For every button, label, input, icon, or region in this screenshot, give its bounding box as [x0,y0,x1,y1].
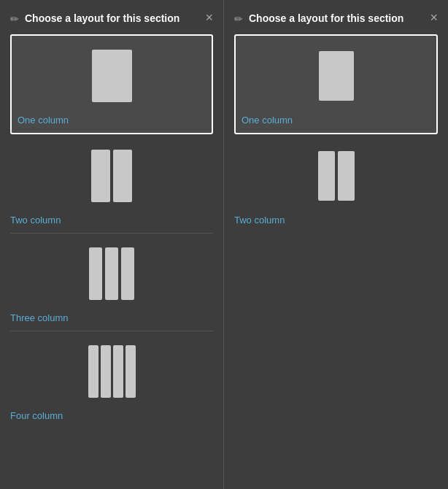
two-col-a [91,150,110,202]
left-panel: ✏ Choose a layout for this section × One… [0,0,224,489]
two-column-label-right: Two column [234,215,438,226]
three-col-c [121,247,134,300]
layout-four-column-left[interactable]: Four column [10,331,213,428]
left-close-button[interactable]: × [205,10,213,26]
four-column-preview-left [10,339,213,404]
four-col-c [113,345,123,398]
layout-two-column-left[interactable]: Two column [10,136,213,234]
two-column-preview-left [10,143,213,209]
right-two-col-b [338,151,355,201]
three-col-a [89,247,102,300]
two-col-b [113,150,132,202]
right-edit-icon: ✏ [234,13,243,25]
right-two-col-a [318,151,335,201]
one-column-preview-right [242,43,430,109]
right-panel-content: One column Two column [224,34,448,489]
four-col-a [88,345,99,398]
three-column-preview-left [10,241,213,307]
two-column-label-left: Two column [10,215,213,226]
layout-three-column-left[interactable]: Three column [10,234,213,331]
left-panel-content: One column Two column Three column [0,34,223,489]
layout-one-column-left[interactable]: One column [10,34,213,134]
four-column-label-left: Four column [10,410,213,421]
layout-one-column-right[interactable]: One column [234,34,438,134]
one-column-shape [92,50,132,102]
two-column-preview-right [234,143,438,209]
right-panel-title: Choose a layout for this section [249,12,403,25]
one-column-label-left: One column [18,115,206,126]
layout-two-column-right[interactable]: Two column [234,136,438,233]
one-column-label-right: One column [242,115,430,126]
right-close-button[interactable]: × [430,10,438,26]
left-panel-title: Choose a layout for this section [25,12,179,25]
right-panel: ✏ Choose a layout for this section × One… [224,0,448,489]
four-col-d [125,345,136,398]
four-col-b [101,345,111,398]
right-one-column-shape [319,51,354,101]
left-panel-header: ✏ Choose a layout for this section × [0,0,223,34]
right-panel-header: ✏ Choose a layout for this section × [224,0,448,34]
edit-icon: ✏ [10,13,19,25]
three-col-b [105,247,118,300]
three-column-label-left: Three column [10,312,213,323]
one-column-preview-left [18,43,206,109]
